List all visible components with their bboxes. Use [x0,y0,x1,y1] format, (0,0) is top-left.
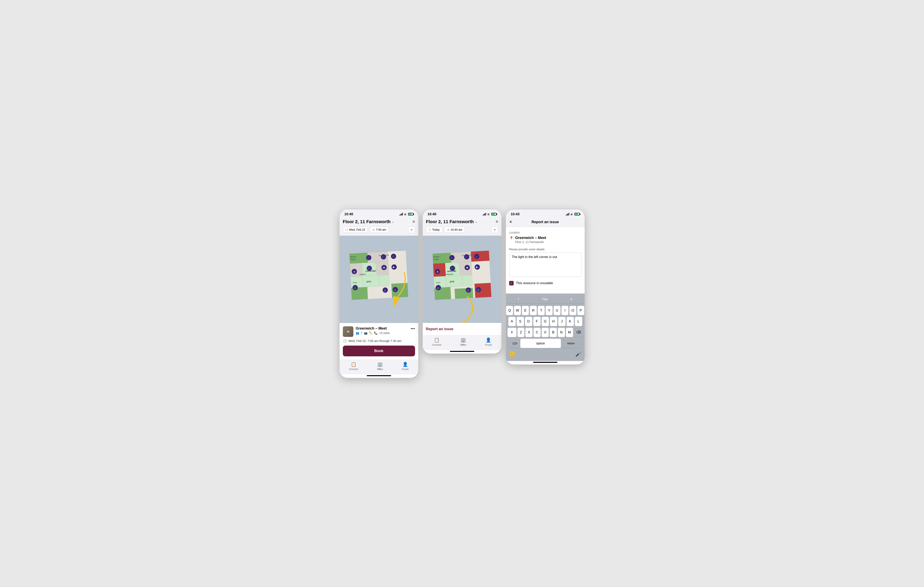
return-key[interactable]: return [562,339,580,348]
menu-icon-2[interactable]: ≡ [496,219,498,224]
svg-text:↓: ↓ [451,267,452,270]
key-l[interactable]: L [575,317,582,326]
svg-rect-11 [379,275,389,286]
svg-rect-10 [363,275,379,287]
battery-icon-2 [491,213,497,215]
key-d[interactable]: D [525,317,532,326]
keyboard-row-2: A S D F G H J K L [508,317,583,326]
nav-schedule-1[interactable]: 📋 Schedule [349,362,358,370]
nav-office-1[interactable]: 🏢 Office [377,362,383,370]
screen2-phone: 10:40 ⊗ Floor 2, 11 Farnsworth ⌄ [422,209,502,354]
office-icon: 🏢 [377,362,383,367]
emoji-button[interactable]: 🙂 [509,351,515,357]
menu-icon[interactable]: ≡ [412,219,415,224]
key-n[interactable]: N [558,328,565,337]
time-chip[interactable]: ⊙ 7:00 am [370,227,389,233]
microphone-button[interactable]: 🎤 [575,351,581,357]
keyboard-row-1: Q W E R T Y U I O P [508,306,583,315]
key-y[interactable]: Y [546,306,553,315]
key-i[interactable]: I [561,306,568,315]
book-button[interactable]: Book [343,345,415,356]
close-button[interactable]: ✕ [509,220,512,224]
svg-text:Poon: Poon [353,281,357,284]
time-chip-2[interactable]: ⊙ 10:40 am [444,227,465,233]
clock-chip-icon-2: ⊙ [447,228,449,231]
today-chip[interactable]: ☐ Today [426,227,442,233]
key-u[interactable]: U [554,306,561,315]
room-thumbnail: 🏢 [343,326,353,337]
key-f[interactable]: F [533,317,541,326]
key-j[interactable]: J [558,317,566,326]
svg-rect-2 [349,253,368,263]
keyboard-suggestions: I The It [507,295,584,304]
header-title-2[interactable]: Floor 2, 11 Farnsworth ⌄ [426,219,477,224]
key-x[interactable]: X [525,328,533,337]
key-m[interactable]: M [566,328,573,337]
report-panel: Report an issue [423,323,502,335]
key-e[interactable]: E [522,306,529,315]
nav-office-2[interactable]: 🏢 Office [460,337,466,346]
svg-text:DTX: DTX [366,280,371,283]
nav-people-2[interactable]: 👤 People [485,337,492,346]
app-header-1: Floor 2, 11 Farnsworth ⌄ ≡ ☐ Wed, Feb 22… [340,217,418,236]
svg-text:↓: ↓ [367,256,369,259]
svg-text:▲: ▲ [353,270,356,273]
map-area-1[interactable]: Holyok Cambridge Poon DTX Whiskey – Loun… [340,236,418,323]
more-options-button[interactable]: ••• [411,326,415,331]
date-chip[interactable]: ☐ Wed, Feb 22 [343,227,368,233]
status-icons-2: ⊗ [483,213,497,216]
clock-icon: 🕐 [343,339,347,343]
key-v[interactable]: V [541,328,549,337]
suggestion-it[interactable]: It [568,297,575,302]
bottom-nav-1: 📋 Schedule 🏢 Office 👤 People [340,360,418,374]
filter-button-2[interactable]: ▿ [491,227,498,233]
wifi-icon: ⊗ [404,213,406,216]
people-icon: 👥 [356,331,359,335]
details-textarea[interactable]: The light in the left corner is out. [509,253,581,277]
svg-marker-81 [462,322,465,323]
room-header: 🏢 Greenwich – Meet 👥 7 📺 ✏️ 📞 +5 more ••… [343,326,415,337]
filter-button[interactable]: ▿ [408,227,415,233]
key-q[interactable]: Q [506,306,513,315]
nav-people-1[interactable]: 👤 People [402,362,409,370]
suggestion-the[interactable]: The [539,297,550,302]
bottom-nav-2: 📋 Schedule 🏢 Office 👤 People [423,335,502,350]
status-time-3: 10:43 [511,212,520,216]
people-nav-icon-2: 👤 [486,337,491,343]
location-pin-icon: 📍 [509,236,514,241]
nav-schedule-2[interactable]: 📋 Schedule [432,337,441,346]
key-k[interactable]: K [567,317,574,326]
key-z[interactable]: Z [518,328,525,337]
key-t[interactable]: T [538,306,544,315]
key-h[interactable]: H [550,317,557,326]
report-issue-label[interactable]: Report an issue [426,327,498,331]
calendar-icon: ☐ [345,228,348,231]
key-r[interactable]: R [530,306,537,315]
screen1-phone: 10:40 ⊗ Floor 2, 11 Farnsworth ⌄ [339,209,419,378]
suggestion-i[interactable]: I [516,297,521,302]
location-floor: Floor 2, 11 Farnsworth [515,240,546,243]
status-icons-3: ⊗ [566,213,580,216]
svg-text:Poon: Poon [436,281,440,284]
key-o[interactable]: O [569,306,576,315]
key-s[interactable]: S [516,317,524,326]
key-w[interactable]: W [514,306,521,315]
form-title: Report an issue [531,220,559,224]
key-b[interactable]: B [550,328,557,337]
shift-key[interactable]: ⬆ [508,328,516,337]
numbers-key[interactable]: 123 [510,339,519,348]
header-title-1[interactable]: Floor 2, 11 Farnsworth ⌄ [343,219,394,224]
checkbox-label: This resource is unusable [516,281,553,285]
svg-text:Holyok: Holyok [360,273,366,276]
battery-icon-3 [574,213,580,215]
map-area-2[interactable]: Holyoke ambridge Poon DTX Whiskey – Loun… [423,236,502,323]
svg-rect-51 [446,275,462,287]
key-c[interactable]: C [533,328,541,337]
svg-rect-44 [470,250,489,261]
backspace-key[interactable]: ⌫ [574,328,583,337]
space-key[interactable]: space [520,339,561,348]
key-g[interactable]: G [541,317,549,326]
key-a[interactable]: A [508,317,516,326]
unusable-checkbox[interactable]: ✓ [509,281,514,285]
key-p[interactable]: P [578,306,584,315]
